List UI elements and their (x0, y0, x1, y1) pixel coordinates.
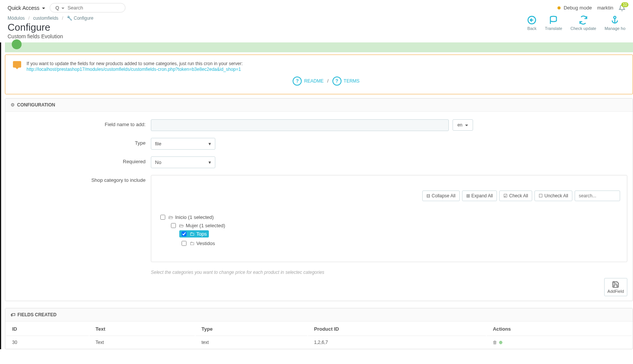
svg-point-1 (614, 16, 616, 19)
flag-icon (549, 16, 558, 25)
th-text: Text (89, 322, 195, 336)
fields-created-title: FIELDS CREATED (17, 312, 56, 317)
category-hint: Select the categories you want to change… (151, 270, 627, 275)
tree-search-input[interactable] (575, 191, 620, 201)
quick-access-menu[interactable]: Quick Access (8, 5, 45, 11)
add-field-label: AddField (608, 289, 624, 294)
manage-hooks-button[interactable]: Manage ho (605, 16, 625, 31)
configuration-title: CONFIGURATION (17, 102, 55, 108)
tree-label-inicio: Inicio (1 selected) (175, 214, 214, 220)
tree-node-vestidos[interactable]: 🗀 Vestidos (179, 240, 217, 247)
back-button[interactable]: Back (527, 16, 536, 31)
uncheck-all-button[interactable]: ☐Uncheck All (534, 191, 572, 201)
cell-product-id: 1,2,6,7 (308, 337, 486, 348)
anchor-icon (610, 16, 619, 25)
success-banner (5, 42, 633, 52)
check-all-button[interactable]: ☑Check All (499, 191, 532, 201)
global-search[interactable]: Q (50, 3, 125, 12)
tree-checkbox-inicio[interactable] (160, 215, 165, 220)
page-title: Configure (8, 22, 527, 33)
folder-open-icon: 🗁 (179, 223, 184, 228)
cron-url-link[interactable]: http://localhost/prestashop17/modules/cu… (27, 67, 241, 72)
chevron-down-icon (41, 5, 45, 11)
question-icon: ? (332, 77, 342, 86)
refresh-icon (579, 16, 588, 25)
help-separator: / (327, 78, 329, 84)
configuration-panel-header: ⚙ CONFIGURATION (5, 98, 633, 112)
minus-square-icon: ⊟ (426, 193, 430, 198)
delete-button[interactable]: 🗑 (493, 340, 497, 345)
add-button[interactable]: ⊕ (499, 340, 503, 345)
field-name-input[interactable] (151, 119, 449, 131)
tree-node-mujer[interactable]: 🗁 Mujer (1 selected) (169, 222, 227, 229)
fields-created-panel: 🏷 FIELDS CREATED ID Text Type Product ID… (5, 308, 633, 349)
breadcrumb-modules[interactable]: Módulos (8, 16, 25, 21)
readme-link[interactable]: ? README (293, 77, 323, 86)
speech-bubble-icon (12, 60, 22, 70)
tree-checkbox-tops[interactable] (182, 231, 186, 236)
type-label: Type (11, 138, 151, 146)
type-value: file (155, 141, 161, 147)
search-icon: Q (55, 5, 64, 11)
th-product-id: Product ID (308, 322, 486, 336)
save-icon (612, 281, 619, 288)
page-subtitle: Custom fields Evolution (8, 33, 527, 39)
tree-checkbox-vestidos[interactable] (182, 241, 186, 246)
type-select[interactable]: file ▾ (151, 138, 215, 150)
notification-badge: 10 (621, 2, 628, 7)
fields-table: ID Text Type Product ID Actions 30 Text … (5, 322, 633, 349)
breadcrumb-customfields[interactable]: customfields (33, 16, 58, 21)
field-name-label: Field name to add: (11, 119, 151, 127)
expand-all-button[interactable]: ⊞Expand All (462, 191, 497, 201)
cell-type: text (196, 337, 307, 348)
info-message: If you want to update the fields for new… (27, 61, 626, 66)
required-select[interactable]: No ▾ (151, 156, 215, 168)
breadcrumb: Módulos / customfields / 🔧 Configure (8, 16, 527, 21)
folder-icon: 🗀 (190, 241, 194, 246)
check-icon (12, 39, 22, 49)
configuration-panel: ⚙ CONFIGURATION Field name to add: en Ty… (5, 98, 633, 301)
check-update-label: Check update (570, 26, 596, 31)
notifications-button[interactable]: 10 (619, 5, 625, 11)
tree-checkbox-mujer[interactable] (171, 223, 176, 228)
tree-node-inicio[interactable]: 🗁 Inicio (1 selected) (158, 214, 216, 221)
readme-label: README (304, 78, 323, 84)
table-row: 30 Text text 1,2,6,7 🗑 ⊕ (6, 337, 632, 348)
terms-link[interactable]: ? TERMS (332, 77, 360, 86)
cell-id: 30 (6, 337, 89, 348)
category-label: Shop category to include (11, 175, 151, 183)
fields-created-header: 🏷 FIELDS CREATED (5, 308, 633, 322)
debug-mode-indicator[interactable]: ✹ Debug mode (557, 5, 592, 11)
category-tree: ⊟Collapse All ⊞Expand All ☑Check All ☐Un… (151, 175, 627, 262)
tree-node-tops[interactable]: 🗀 Tops (179, 230, 209, 237)
th-actions: Actions (487, 322, 632, 336)
empty-square-icon: ☐ (539, 193, 543, 198)
chevron-down-icon (464, 122, 468, 128)
translate-button[interactable]: Translate (545, 16, 562, 31)
add-field-button[interactable]: AddField (604, 278, 627, 296)
folder-icon: 🗀 (190, 231, 194, 237)
bug-icon: ✹ (557, 5, 561, 11)
th-id: ID (6, 322, 89, 336)
cell-text: Text (89, 337, 195, 348)
language-label: en (458, 122, 462, 128)
tree-label-tops: Tops (196, 231, 207, 237)
breadcrumb-configure: Configure (74, 16, 93, 21)
language-selector[interactable]: en (453, 119, 473, 131)
collapse-all-button[interactable]: ⊟Collapse All (422, 191, 460, 201)
search-input[interactable] (67, 5, 131, 11)
translate-label: Translate (545, 26, 562, 31)
check-square-icon: ☑ (503, 193, 508, 198)
required-value: No (155, 159, 161, 165)
tag-icon: 🏷 (11, 312, 15, 317)
arrow-left-icon (527, 16, 536, 25)
check-update-button[interactable]: Check update (570, 16, 596, 31)
terms-label: TERMS (344, 78, 360, 84)
user-menu[interactable]: marktin (597, 5, 613, 11)
plus-square-icon: ⊞ (466, 193, 470, 198)
manage-hooks-label: Manage ho (605, 26, 625, 31)
quick-access-label: Quick Access (8, 5, 39, 11)
tree-label-mujer: Mujer (1 selected) (186, 223, 225, 228)
info-box: If you want to update the fields for new… (5, 55, 633, 94)
back-label: Back (527, 26, 536, 31)
